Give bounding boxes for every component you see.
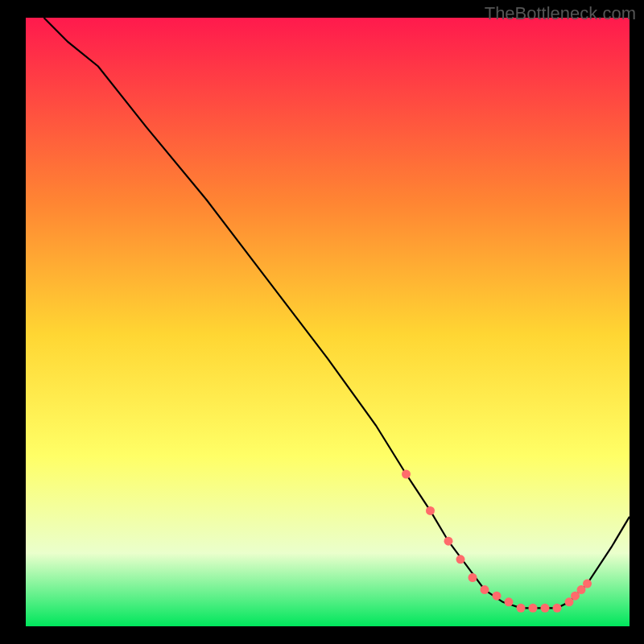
marker-dot — [456, 555, 465, 564]
marker-dot — [553, 604, 562, 613]
marker-dot — [402, 470, 411, 479]
marker-dot — [481, 585, 489, 594]
plot-background — [26, 18, 630, 626]
marker-dot — [583, 580, 592, 588]
marker-dot — [517, 604, 526, 613]
chart-frame: TheBottleneck.com — [0, 0, 644, 644]
marker-dot — [493, 592, 502, 601]
watermark-text: TheBottleneck.com — [485, 3, 636, 24]
marker-dot — [426, 506, 435, 515]
marker-dot — [444, 537, 453, 546]
marker-dot — [505, 597, 514, 606]
marker-dot — [469, 573, 477, 582]
bottleneck-chart — [0, 0, 644, 644]
marker-dot — [529, 604, 538, 613]
marker-dot — [541, 604, 550, 613]
